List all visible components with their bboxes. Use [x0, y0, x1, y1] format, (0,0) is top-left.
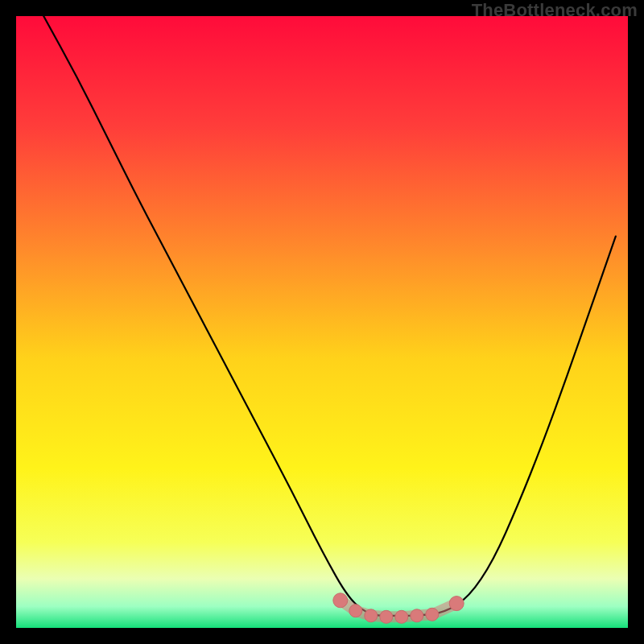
bottleneck-chart	[16, 16, 628, 628]
highlight-marker	[380, 610, 393, 623]
gradient-background	[16, 16, 628, 628]
highlight-marker	[395, 610, 408, 623]
chart-frame	[16, 16, 628, 628]
highlight-marker	[426, 608, 439, 621]
highlight-marker	[333, 593, 348, 608]
highlight-marker	[411, 609, 423, 622]
highlight-marker	[349, 605, 362, 617]
highlight-marker	[449, 597, 464, 611]
highlight-marker	[365, 609, 378, 622]
